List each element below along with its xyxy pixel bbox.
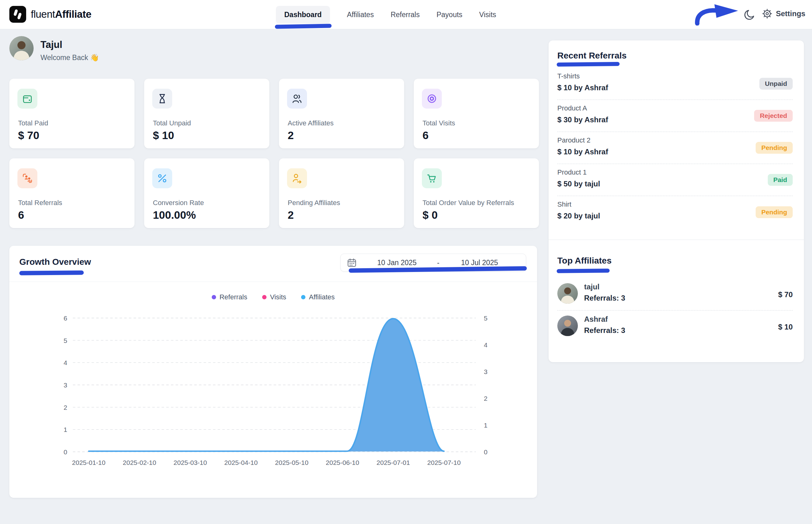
user-avatar (9, 36, 34, 60)
stat-value: $ 10 (153, 129, 174, 142)
y-axis-right-tick: 5 (484, 315, 488, 322)
fluent-affiliate-logo-icon (9, 6, 26, 23)
x-axis-tick: 2025-02-10 (123, 459, 156, 466)
legend-item-referrals[interactable]: Referrals (212, 293, 247, 301)
hourglass-icon (152, 89, 172, 109)
tab-affiliates[interactable]: Affiliates (347, 11, 374, 19)
tab-referrals[interactable]: Referrals (391, 11, 420, 19)
top-navigation-bar: fluentAffiliate Dashboard Affiliates Ref… (0, 0, 812, 29)
stat-card-total-unpaid: Total Unpaid $ 10 (144, 79, 269, 148)
x-axis-tick: 2025-05-10 (275, 459, 308, 466)
referral-amount: $ 50 by tajul (557, 180, 600, 188)
brand-name: fluentAffiliate (31, 9, 91, 20)
stat-card-total-referrals: Total Referrals 6 (9, 158, 134, 228)
top-affiliates-underline-annotation (557, 268, 610, 273)
referral-amount: $ 20 by tajul (557, 212, 600, 220)
legend-label: Visits (270, 293, 286, 301)
person-photo-icon (557, 283, 578, 304)
stat-value: 6 (18, 209, 24, 221)
date-separator: - (437, 259, 440, 267)
affiliate-referral-count: Referrals: 3 (584, 294, 625, 302)
status-badge: Pending (755, 206, 793, 218)
welcome-user-name: Tajul (41, 39, 62, 50)
stat-card-conversion-rate: Conversion Rate 100.00% (144, 158, 269, 228)
recent-referrals-underline-annotation (557, 62, 620, 67)
stat-value: 100.00% (153, 209, 196, 221)
y-axis-left-tick: 6 (64, 315, 67, 322)
affiliate-name: Ashraf (584, 315, 608, 324)
active-tab-annotation (275, 24, 332, 29)
y-axis-left-tick: 1 (64, 426, 67, 433)
recent-referrals-title: Recent Referrals (557, 51, 627, 61)
stat-label: Total Order Value by Referrals (423, 199, 514, 207)
users-icon (287, 89, 307, 109)
date-to: 10 Jul 2025 (439, 259, 520, 267)
stat-card-total-order-value: Total Order Value by Referrals $ 0 (414, 158, 539, 228)
brand-logo[interactable]: fluentAffiliate (9, 6, 91, 23)
dashboard-page: fluentAffiliate Dashboard Affiliates Ref… (0, 0, 812, 524)
settings-button[interactable]: Settings (762, 8, 806, 19)
stat-value: 6 (423, 129, 428, 142)
x-axis-tick: 2025-06-10 (326, 459, 359, 466)
referral-row: Paroduct 2 $ 10 by Ashraf Pending (557, 132, 793, 164)
moon-icon (743, 8, 756, 21)
growth-overview-title: Growth Overview (19, 257, 91, 267)
affiliates-dot-icon (301, 295, 305, 299)
gear-icon (762, 8, 773, 19)
y-axis-left-tick: 5 (64, 337, 67, 344)
people-group-icon (17, 168, 37, 188)
person-photo-icon (557, 315, 578, 336)
dark-mode-toggle[interactable] (743, 8, 756, 21)
referral-name: Product 1 (557, 168, 587, 177)
stat-card-pending-affiliates: Pending Affiliates 2 (279, 158, 404, 228)
stat-value: $ 70 (18, 129, 39, 142)
affiliate-amount: $ 70 (778, 290, 793, 299)
affiliate-avatar (557, 315, 578, 336)
stat-label: Active Affiliates (288, 119, 334, 127)
y-axis-left-tick: 2 (64, 404, 67, 411)
card-header-divider (9, 282, 537, 282)
stat-card-active-affiliates: Active Affiliates 2 (279, 79, 404, 148)
tab-dashboard[interactable]: Dashboard (276, 6, 330, 24)
legend-item-visits[interactable]: Visits (262, 293, 286, 301)
status-badge: Paid (768, 174, 793, 186)
stat-card-total-paid: Total Paid $ 70 (9, 79, 134, 148)
stat-label: Total Referrals (18, 199, 62, 207)
x-axis-tick: 2025-04-10 (224, 459, 257, 466)
user-arrow-icon (287, 168, 307, 188)
stat-label: Total Paid (18, 119, 48, 127)
stat-value: 2 (288, 209, 293, 221)
title-underline-annotation (19, 271, 84, 275)
tab-dashboard-label: Dashboard (284, 11, 322, 19)
target-icon (422, 89, 442, 109)
date-from: 10 Jan 2025 (357, 259, 437, 267)
referral-row: Shirt $ 20 by tajul Pending (557, 196, 793, 228)
person-photo-icon (9, 36, 34, 60)
referral-name: Shirt (557, 200, 571, 209)
affiliate-referral-count: Referrals: 3 (584, 326, 625, 335)
y-axis-right-tick: 1 (484, 422, 488, 429)
sidebar-panel: Recent Referrals T-shirts $ 10 by Ashraf… (548, 40, 804, 362)
top-affiliates-title: Top Affiliates (557, 256, 611, 266)
y-axis-right-tick: 2 (484, 395, 488, 402)
tab-visits[interactable]: Visits (479, 11, 496, 19)
referral-row: Product 1 $ 50 by tajul Paid (557, 164, 793, 196)
wallet-icon (17, 89, 37, 109)
referral-row: Product A $ 30 by Ashraf Rejected (557, 100, 793, 132)
x-axis-tick: 2025-01-10 (72, 459, 105, 466)
status-badge: Rejected (754, 110, 793, 122)
stat-label: Pending Affiliates (288, 199, 340, 207)
affiliate-name: tajul (584, 282, 599, 291)
legend-item-affiliates[interactable]: Affiliates (301, 293, 335, 301)
affiliate-amount: $ 10 (778, 323, 793, 331)
y-axis-left-tick: 4 (64, 359, 67, 366)
x-axis-tick: 2025-07-10 (427, 459, 461, 466)
y-axis-right-tick: 4 (484, 341, 488, 348)
cart-icon (422, 168, 442, 188)
settings-label: Settings (776, 9, 806, 18)
calendar-icon (347, 258, 357, 267)
tab-payouts[interactable]: Payouts (436, 11, 462, 19)
referral-name: Product A (557, 104, 587, 112)
x-axis-tick: 2025-03-10 (173, 459, 207, 466)
x-axis-tick: 2025-07-01 (377, 459, 410, 466)
